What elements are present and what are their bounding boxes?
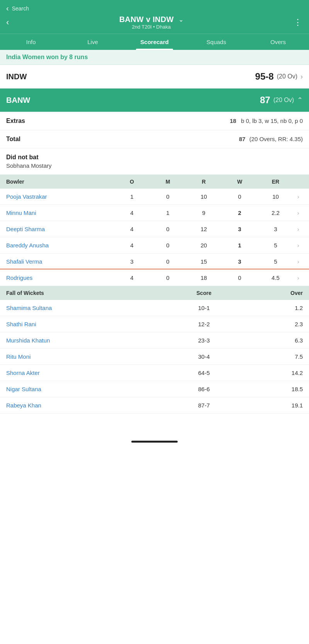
fow-player-4[interactable]: Shorna Akter	[6, 370, 154, 376]
indw-chevron-icon: ›	[301, 73, 303, 81]
tab-squads[interactable]: Squads	[185, 34, 247, 50]
fow-row-6: Rabeya Khan 87-7 19.1	[0, 397, 309, 414]
fow-over-4: 14.2	[253, 370, 303, 376]
bowler-2-chevron[interactable]: ›	[294, 226, 303, 232]
bowling-table-header: Bowler O M R W ER	[0, 175, 309, 189]
banw-score-value: 87	[260, 95, 270, 106]
more-icon[interactable]: ⋮	[294, 17, 303, 27]
result-text: India Women won by 8 runs	[6, 54, 88, 60]
bowler-3-w: 1	[222, 242, 258, 249]
bowler-2-o: 4	[114, 226, 150, 232]
col-header-w: W	[222, 179, 258, 185]
bowler-4-r: 15	[186, 258, 222, 265]
banw-score-overs: (20 Ov)	[273, 97, 294, 104]
match-title-row: ‹ BANW v INDW ⌄ 2nd T20I • Dhaka ⋮	[6, 15, 303, 34]
bowler-0-er: 10	[258, 193, 294, 200]
fow-score-0: 10-1	[154, 305, 253, 311]
banw-chevron-icon: ⌃	[297, 96, 303, 104]
bowler-5-m: 0	[150, 274, 186, 281]
nav-tabs: Info Live Scorecard Squads Overs	[0, 34, 309, 50]
bowler-name-0[interactable]: Pooja Vastrakar	[6, 193, 114, 200]
fow-col-header-over: Over	[253, 290, 303, 296]
fow-player-6[interactable]: Rabeya Khan	[6, 402, 154, 409]
total-label: Total	[6, 136, 20, 143]
bowler-row-3: Bareddy Anusha 4 0 20 1 5 ›	[0, 237, 309, 254]
bowler-1-o: 4	[114, 210, 150, 216]
fow-player-5[interactable]: Nigar Sultana	[6, 386, 154, 392]
fow-row-1: Shathi Rani 12-2 2.3	[0, 316, 309, 332]
match-title: BANW v INDW	[119, 15, 174, 24]
bowler-3-m: 0	[150, 242, 186, 249]
bowler-row-0: Pooja Vastrakar 1 0 10 0 10 ›	[0, 189, 309, 205]
bowler-3-er: 5	[258, 242, 294, 249]
bowler-0-m: 0	[150, 193, 186, 200]
total-detail: 87 (20 Overs, RR: 4.35)	[239, 136, 303, 142]
bowler-row-5: Rodrigues 4 0 18 0 4.5 ›	[0, 270, 309, 286]
bowler-name-3[interactable]: Bareddy Anusha	[6, 242, 114, 249]
fow-over-6: 19.1	[253, 402, 303, 409]
home-indicator	[0, 437, 309, 446]
bowler-4-m: 0	[150, 258, 186, 265]
total-value: 87	[239, 136, 246, 142]
tab-live[interactable]: Live	[62, 34, 124, 50]
bowler-1-er: 2.2	[258, 210, 294, 216]
bowler-5-er: 4.5	[258, 274, 294, 281]
bowler-2-r: 12	[186, 226, 222, 232]
bowler-3-chevron[interactable]: ›	[294, 242, 303, 249]
bowler-name-2[interactable]: Deepti Sharma	[6, 226, 114, 232]
bowler-5-chevron[interactable]: ›	[294, 275, 303, 281]
fow-score-3: 30-4	[154, 353, 253, 360]
total-overs-rr: (20 Overs, RR: 4.35)	[250, 136, 303, 142]
bowler-row-4: Shafali Verma 3 0 15 3 5 ›	[0, 254, 309, 270]
match-subtitle: 2nd T20I • Dhaka	[9, 24, 294, 30]
bowler-1-w: 2	[222, 210, 258, 216]
extras-detail: 18 b 0, lb 3, w 15, nb 0, p 0	[230, 118, 303, 124]
banw-score-row[interactable]: BANW 87 (20 Ov) ⌃	[0, 89, 309, 112]
bowler-5-r: 18	[186, 274, 222, 281]
fow-player-2[interactable]: Murshida Khatun	[6, 337, 154, 344]
fow-over-3: 7.5	[253, 353, 303, 360]
home-bar	[131, 441, 178, 443]
extras-value: 18	[230, 118, 236, 124]
bowler-4-chevron[interactable]: ›	[294, 259, 303, 265]
bowler-name-5[interactable]: Rodrigues	[6, 274, 114, 281]
fow-player-1[interactable]: Shathi Rani	[6, 321, 154, 327]
bowler-5-o: 4	[114, 274, 150, 281]
col-header-bowler: Bowler	[6, 179, 114, 185]
total-row: Total 87 (20 Overs, RR: 4.35)	[6, 136, 303, 143]
search-link[interactable]: Search	[12, 5, 29, 12]
bowler-0-r: 10	[186, 193, 222, 200]
left-arrow-icon[interactable]: ‹	[6, 17, 9, 27]
bowler-4-o: 3	[114, 258, 150, 265]
result-banner: India Women won by 8 runs	[0, 50, 309, 65]
bowler-4-er: 5	[258, 258, 294, 265]
indw-score-row[interactable]: INDW 95-8 (20 Ov) ›	[0, 65, 309, 89]
col-header-r: R	[186, 179, 222, 185]
bowler-3-o: 4	[114, 242, 150, 249]
bowler-5-w: 0	[222, 274, 258, 281]
tab-overs[interactable]: Overs	[247, 34, 309, 50]
bowler-0-chevron[interactable]: ›	[294, 194, 303, 200]
banw-score: 87 (20 Ov) ⌃	[260, 95, 303, 106]
fow-player-3[interactable]: Ritu Moni	[6, 353, 154, 360]
back-icon[interactable]: ‹	[6, 4, 9, 13]
bowler-0-o: 1	[114, 193, 150, 200]
bowler-1-m: 1	[150, 210, 186, 216]
fow-row-3: Ritu Moni 30-4 7.5	[0, 349, 309, 365]
tab-scorecard[interactable]: Scorecard	[124, 34, 185, 50]
bowler-0-w: 0	[222, 193, 258, 200]
bowler-name-1[interactable]: Minnu Mani	[6, 210, 114, 216]
dropdown-icon[interactable]: ⌄	[178, 16, 183, 23]
did-not-bat-section: Did not bat Sobhana Mostary	[0, 148, 309, 175]
bowler-2-er: 3	[258, 226, 294, 232]
tab-info[interactable]: Info	[0, 34, 62, 50]
fow-player-0[interactable]: Shamima Sultana	[6, 305, 154, 311]
fow-score-6: 87-7	[154, 402, 253, 409]
bowler-row-1: Minnu Mani 4 1 9 2 2.2 ›	[0, 205, 309, 221]
fow-score-2: 23-3	[154, 337, 253, 344]
bowler-1-chevron[interactable]: ›	[294, 210, 303, 216]
bowler-name-4[interactable]: Shafali Verma	[6, 258, 114, 265]
extras-row: Extras 18 b 0, lb 3, w 15, nb 0, p 0	[6, 118, 303, 124]
fow-over-1: 2.3	[253, 321, 303, 327]
did-not-bat-label: Did not bat	[6, 154, 39, 160]
